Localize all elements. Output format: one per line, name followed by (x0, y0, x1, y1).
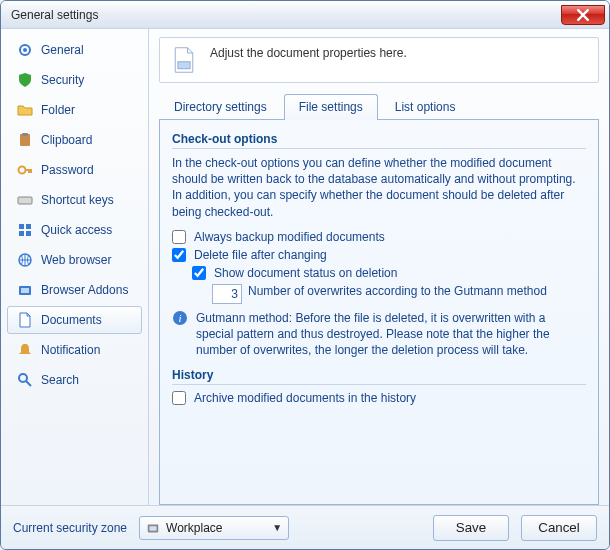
tab-file-settings[interactable]: File settings (284, 94, 378, 120)
sidebar-item-label: General (41, 43, 84, 57)
svg-rect-12 (21, 288, 29, 293)
sidebar-item-folder[interactable]: Folder (7, 96, 142, 124)
sidebar-item-label: Quick access (41, 223, 112, 237)
globe-icon (17, 252, 33, 268)
sidebar-item-web-browser[interactable]: Web browser (7, 246, 142, 274)
sidebar-item-label: Documents (41, 313, 102, 327)
sidebar-item-clipboard[interactable]: Clipboard (7, 126, 142, 154)
zone-select[interactable]: Workplace ▼ (139, 516, 289, 540)
tabs: Directory settings File settings List op… (159, 93, 599, 120)
checkbox-always-backup[interactable] (172, 230, 186, 244)
svg-text:i: i (178, 312, 181, 324)
sidebar-item-browser-addons[interactable]: Browser Addons (7, 276, 142, 304)
label-delete-after: Delete file after changing (194, 248, 327, 262)
sidebar-item-label: Clipboard (41, 133, 92, 147)
bell-icon (17, 342, 33, 358)
label-overwrites: Number of overwrites according to the Gu… (248, 284, 547, 298)
sidebar-item-password[interactable]: Password (7, 156, 142, 184)
sidebar-item-quick-access[interactable]: Quick access (7, 216, 142, 244)
key-icon (17, 162, 33, 178)
folder-icon (17, 102, 33, 118)
footer: Current security zone Workplace ▼ Save C… (1, 505, 609, 549)
clipboard-icon (17, 132, 33, 148)
chevron-down-icon: ▼ (272, 522, 282, 533)
tab-directory-settings[interactable]: Directory settings (159, 94, 282, 120)
document-large-icon (170, 46, 198, 74)
info-banner: Adjust the document properties here. (159, 37, 599, 83)
titlebar: General settings (1, 1, 609, 29)
svg-point-1 (23, 48, 27, 52)
keyboard-icon (17, 192, 33, 208)
close-button[interactable] (561, 5, 605, 25)
section-checkout-title: Check-out options (172, 132, 586, 149)
gutmann-note: i Gutmann method: Before the file is del… (172, 310, 586, 359)
svg-rect-7 (26, 224, 31, 229)
svg-rect-5 (18, 197, 32, 204)
svg-point-4 (19, 167, 26, 174)
checkbox-delete-after[interactable] (172, 248, 186, 262)
sidebar-item-notification[interactable]: Notification (7, 336, 142, 364)
section-history-title: History (172, 368, 586, 385)
sidebar-item-shortcut-keys[interactable]: Shortcut keys (7, 186, 142, 214)
sidebar-item-label: Security (41, 73, 84, 87)
input-overwrites[interactable] (212, 284, 242, 304)
save-button[interactable]: Save (433, 515, 509, 541)
close-icon (577, 9, 589, 21)
checkbox-archive-history[interactable] (172, 391, 186, 405)
checkbox-show-status[interactable] (192, 266, 206, 280)
panel-file-settings: Check-out options In the check-out optio… (159, 120, 599, 505)
label-archive-history: Archive modified documents in the histor… (194, 391, 416, 405)
sidebar-item-label: Browser Addons (41, 283, 128, 297)
zone-label: Current security zone (13, 521, 127, 535)
sidebar-item-label: Search (41, 373, 79, 387)
window-title: General settings (11, 8, 98, 22)
gear-icon (17, 42, 33, 58)
label-show-status: Show document status on deletion (214, 266, 397, 280)
svg-rect-9 (26, 231, 31, 236)
sidebar-item-general[interactable]: General (7, 36, 142, 64)
body: General Security Folder Clipboard Passwo… (1, 29, 609, 505)
svg-point-13 (19, 374, 27, 382)
quick-icon (17, 222, 33, 238)
sidebar-item-label: Shortcut keys (41, 193, 114, 207)
sidebar-item-label: Folder (41, 103, 75, 117)
sidebar-item-label: Notification (41, 343, 100, 357)
sidebar-item-security[interactable]: Security (7, 66, 142, 94)
sidebar-item-documents[interactable]: Documents (7, 306, 142, 334)
cancel-button[interactable]: Cancel (521, 515, 597, 541)
svg-rect-8 (19, 231, 24, 236)
banner-text: Adjust the document properties here. (210, 46, 407, 60)
shield-icon (17, 72, 33, 88)
sidebar: General Security Folder Clipboard Passwo… (1, 29, 149, 505)
tab-list-options[interactable]: List options (380, 94, 471, 120)
sidebar-item-label: Web browser (41, 253, 111, 267)
document-icon (17, 312, 33, 328)
label-always-backup: Always backup modified documents (194, 230, 385, 244)
sidebar-item-search[interactable]: Search (7, 366, 142, 394)
search-icon (17, 372, 33, 388)
zone-value: Workplace (166, 521, 222, 535)
workplace-icon (146, 521, 160, 535)
svg-rect-3 (22, 133, 28, 136)
svg-rect-6 (19, 224, 24, 229)
svg-rect-18 (150, 526, 157, 530)
svg-rect-14 (178, 62, 190, 69)
window: General settings General Security Folder… (0, 0, 610, 550)
gutmann-note-text: Gutmann method: Before the file is delet… (196, 310, 586, 359)
sidebar-item-label: Password (41, 163, 94, 177)
addons-icon (17, 282, 33, 298)
info-icon: i (172, 310, 188, 326)
section-checkout-desc: In the check-out options you can define … (172, 155, 586, 220)
main: Adjust the document properties here. Dir… (149, 29, 609, 505)
